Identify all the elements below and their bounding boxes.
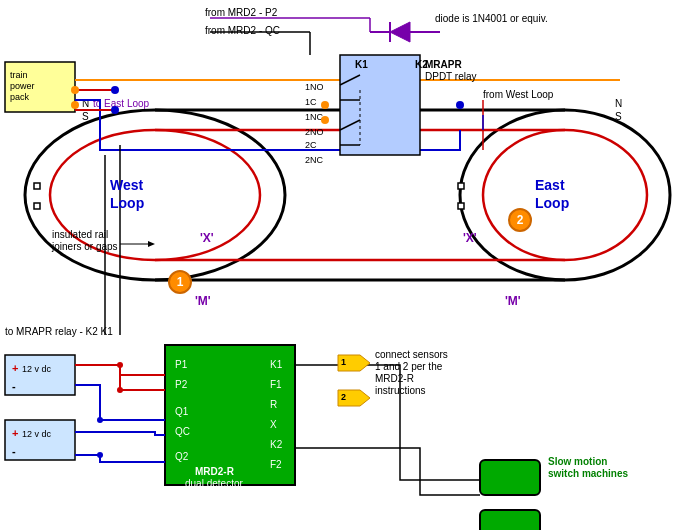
svg-text:to East Loop: to East Loop xyxy=(93,98,150,109)
svg-rect-8 xyxy=(34,183,40,189)
svg-text:+: + xyxy=(12,427,18,439)
svg-text:instructions: instructions xyxy=(375,385,426,396)
svg-text:MRD2-R: MRD2-R xyxy=(195,466,235,477)
svg-point-107 xyxy=(117,387,123,393)
svg-text:from MRD2 - QC: from MRD2 - QC xyxy=(205,25,280,36)
svg-point-113 xyxy=(321,116,329,124)
svg-text:N: N xyxy=(615,98,622,109)
svg-rect-9 xyxy=(34,203,40,209)
svg-text:1: 1 xyxy=(341,357,346,367)
svg-text:'M': 'M' xyxy=(505,294,521,308)
svg-text:1C: 1C xyxy=(305,97,317,107)
svg-text:2: 2 xyxy=(341,392,346,402)
svg-text:K1: K1 xyxy=(355,59,368,70)
svg-rect-11 xyxy=(458,203,464,209)
svg-text:Slow motion: Slow motion xyxy=(548,456,607,467)
svg-text:DPDT relay: DPDT relay xyxy=(425,71,477,82)
svg-marker-36 xyxy=(390,22,410,42)
svg-text:F2: F2 xyxy=(270,459,282,470)
svg-rect-10 xyxy=(458,183,464,189)
svg-text:Loop: Loop xyxy=(110,195,144,211)
svg-text:2NO: 2NO xyxy=(305,127,324,137)
svg-text:+: + xyxy=(12,362,18,374)
svg-point-106 xyxy=(117,362,123,368)
circuit-diagram: 1 2 N S to East Loop 1NO 1C 1NC 2NO 2C 2… xyxy=(0,0,690,530)
svg-text:S: S xyxy=(82,111,89,122)
svg-point-110 xyxy=(71,86,79,94)
svg-text:1: 1 xyxy=(177,275,184,289)
svg-marker-54 xyxy=(148,241,155,247)
svg-text:2: 2 xyxy=(517,213,524,227)
svg-text:joiners or gaps: joiners or gaps xyxy=(51,241,118,252)
svg-text:pack: pack xyxy=(10,92,30,102)
svg-text:K2: K2 xyxy=(270,439,283,450)
svg-text:insulated rail: insulated rail xyxy=(52,229,108,240)
svg-text:2C: 2C xyxy=(305,140,317,150)
svg-point-116 xyxy=(111,106,119,114)
svg-rect-22 xyxy=(340,55,420,155)
svg-text:from MRD2 - P2: from MRD2 - P2 xyxy=(205,7,278,18)
svg-text:East: East xyxy=(535,177,565,193)
svg-text:'X': 'X' xyxy=(463,231,477,245)
svg-text:Loop: Loop xyxy=(535,195,569,211)
svg-text:power: power xyxy=(10,81,35,91)
svg-text:-: - xyxy=(12,380,16,392)
svg-text:12 v dc: 12 v dc xyxy=(22,429,52,439)
svg-text:connect sensors: connect sensors xyxy=(375,349,448,360)
svg-rect-79 xyxy=(480,510,540,530)
svg-text:Q1: Q1 xyxy=(175,406,189,417)
svg-text:from West Loop: from West Loop xyxy=(483,89,554,100)
svg-text:P2: P2 xyxy=(175,379,188,390)
svg-text:S: S xyxy=(615,111,622,122)
svg-text:to MRAPR relay - K2   K1: to MRAPR relay - K2 K1 xyxy=(5,326,113,337)
svg-text:MRAPR: MRAPR xyxy=(425,59,462,70)
svg-point-0 xyxy=(25,110,285,280)
svg-text:2NC: 2NC xyxy=(305,155,324,165)
svg-text:West: West xyxy=(110,177,144,193)
svg-text:1NO: 1NO xyxy=(305,82,324,92)
svg-point-108 xyxy=(97,417,103,423)
svg-text:MRD2-R: MRD2-R xyxy=(375,373,414,384)
svg-text:F1: F1 xyxy=(270,379,282,390)
svg-text:-: - xyxy=(12,445,16,457)
svg-point-114 xyxy=(456,101,464,109)
svg-text:train: train xyxy=(10,70,28,80)
svg-point-112 xyxy=(321,101,329,109)
svg-text:diode is 1N4001 or equiv.: diode is 1N4001 or equiv. xyxy=(435,13,548,24)
svg-point-109 xyxy=(97,452,103,458)
svg-text:dual detector: dual detector xyxy=(185,478,243,489)
svg-text:X: X xyxy=(270,419,277,430)
svg-text:1NC: 1NC xyxy=(305,112,324,122)
svg-point-111 xyxy=(71,101,79,109)
svg-text:switch machines: switch machines xyxy=(548,468,628,479)
svg-text:K1: K1 xyxy=(270,359,283,370)
svg-text:'M': 'M' xyxy=(195,294,211,308)
svg-point-115 xyxy=(111,86,119,94)
svg-text:P1: P1 xyxy=(175,359,188,370)
svg-text:QC: QC xyxy=(175,426,190,437)
svg-rect-78 xyxy=(480,460,540,495)
svg-text:R: R xyxy=(270,399,277,410)
svg-text:1 and 2 per the: 1 and 2 per the xyxy=(375,361,443,372)
svg-text:12 v dc: 12 v dc xyxy=(22,364,52,374)
svg-text:'X': 'X' xyxy=(200,231,214,245)
svg-text:Q2: Q2 xyxy=(175,451,189,462)
